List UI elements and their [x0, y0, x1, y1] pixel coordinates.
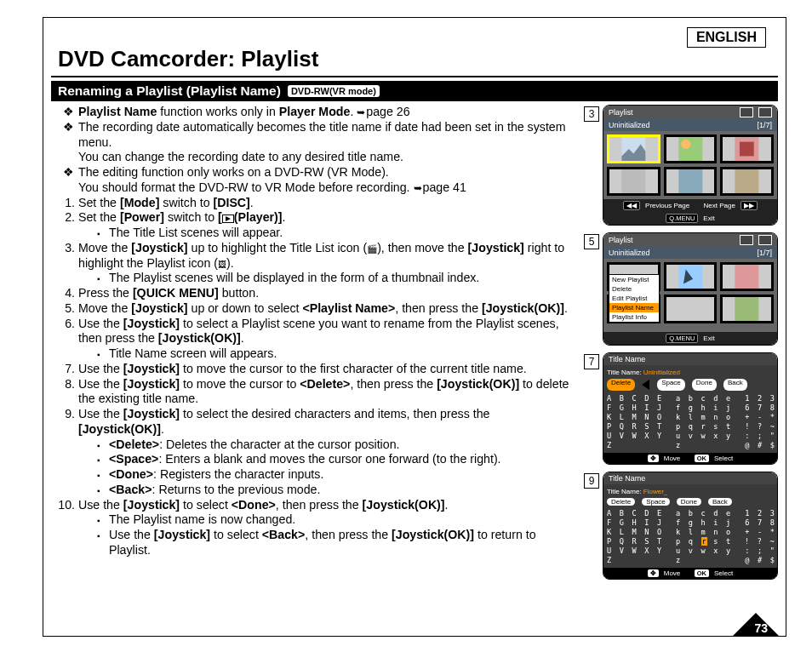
- thumbnail: [720, 295, 774, 323]
- play-icon: [222, 214, 234, 223]
- quick-menu: New Playlist Delete Edit Playlist Playli…: [609, 274, 660, 323]
- thumbnail: [664, 295, 718, 323]
- thumbnail: [664, 134, 718, 163]
- page-link-26: page 26: [357, 105, 409, 120]
- svg-rect-10: [735, 297, 759, 321]
- thumbnail: [720, 134, 774, 163]
- svg-rect-7: [735, 169, 759, 193]
- thumbnail: [664, 167, 718, 196]
- svg-rect-4: [740, 142, 754, 157]
- page-link-41: page 41: [414, 180, 466, 196]
- svg-rect-9: [735, 265, 759, 289]
- thumbnail: [720, 262, 774, 291]
- svg-rect-1: [678, 137, 702, 161]
- svg-rect-5: [621, 169, 645, 193]
- thumbnail: [664, 262, 718, 291]
- svg-rect-6: [678, 169, 702, 193]
- page-number: 73: [754, 621, 768, 635]
- thumbnail: [607, 167, 660, 196]
- thumbnail: [720, 167, 774, 196]
- language-label: ENGLISH: [687, 27, 766, 48]
- svg-point-2: [681, 140, 690, 149]
- cursor-icon: [642, 379, 650, 391]
- thumbnail: [607, 134, 660, 163]
